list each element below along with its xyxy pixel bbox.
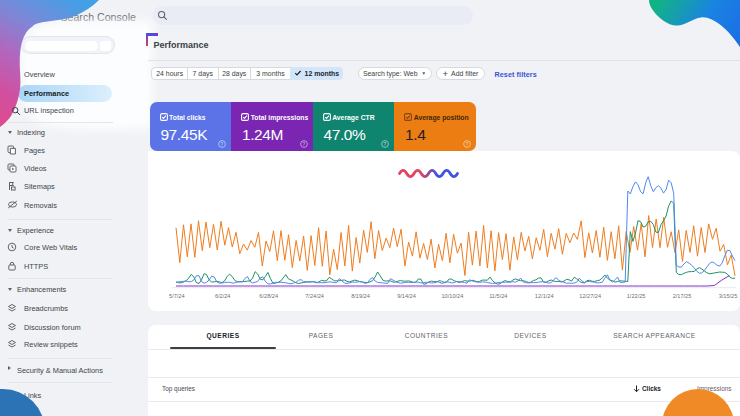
svg-text:?: ? xyxy=(302,141,305,147)
svg-text:?: ? xyxy=(384,141,387,147)
svg-text:?: ? xyxy=(465,141,468,147)
svg-text:?: ? xyxy=(221,141,224,147)
